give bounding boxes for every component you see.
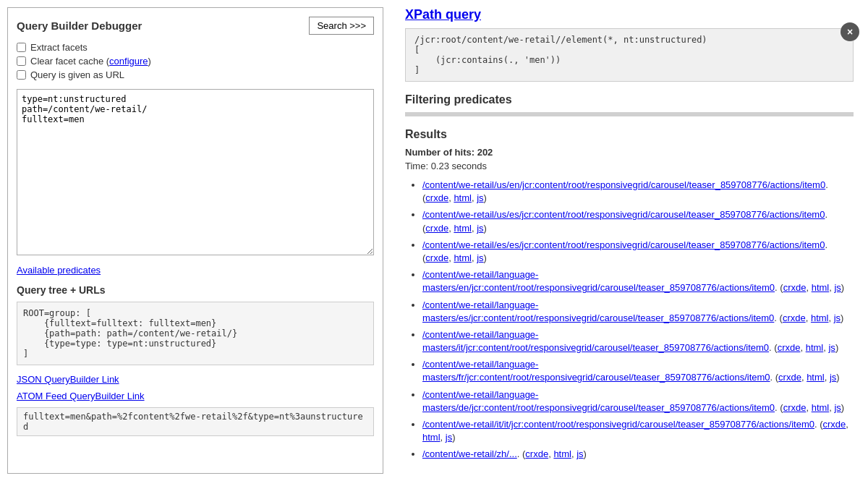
search-button[interactable]: Search >>>	[309, 17, 374, 35]
list-item: /content/we-retail/it/it/jcr:content/roo…	[422, 418, 854, 444]
result-link-js[interactable]: js	[477, 252, 483, 263]
clear-facet-cache-label: Clear facet cache (configure)	[30, 56, 151, 67]
query-as-url-checkbox[interactable]	[17, 70, 26, 80]
json-link[interactable]: JSON QueryBuilder Link	[17, 374, 119, 385]
query-tree-box: ROOT=group: [ {fulltext=fulltext: fullte…	[17, 302, 374, 365]
close-icon: ×	[847, 26, 853, 38]
available-predicates-link[interactable]: Available predicates	[17, 265, 374, 276]
result-link-js[interactable]: js	[834, 402, 841, 413]
result-link-crxde[interactable]: crxde	[425, 223, 448, 234]
json-link-row: JSON QueryBuilder Link	[17, 374, 374, 385]
list-item: /content/we-retail/us/en/jcr:content/roo…	[422, 179, 854, 205]
url-box: fulltext=men&path=%2fcontent%2fwe-retail…	[17, 407, 374, 436]
result-link-html[interactable]: html	[454, 192, 472, 203]
result-path-link[interactable]: /content/we-retail/language-masters/de/j…	[422, 389, 775, 413]
result-link-html[interactable]: html	[807, 372, 825, 383]
result-link-html[interactable]: html	[422, 432, 441, 443]
list-item: /content/we-retail/language-masters/de/j…	[422, 388, 854, 414]
result-links: . (crxde, html, js)	[775, 402, 844, 413]
extract-facets-row: Extract facets	[17, 42, 374, 53]
result-link-js[interactable]: js	[834, 282, 841, 293]
results-list: /content/we-retail/us/en/jcr:content/roo…	[405, 179, 854, 461]
right-panel: XPath query × /jcr:root/content/we-retai…	[391, 0, 868, 481]
result-link-js[interactable]: js	[828, 342, 835, 353]
result-path-link[interactable]: /content/we-retail/zh/...	[422, 448, 517, 459]
result-link-html[interactable]: html	[806, 342, 824, 353]
hits-line: Number of hits: 202	[405, 147, 854, 158]
atom-link-row: ATOM Feed QueryBuilder Link	[17, 391, 374, 401]
time-line: Time: 0.23 seconds	[405, 161, 854, 171]
clear-facet-cache-checkbox[interactable]	[17, 56, 26, 66]
result-link-crxde[interactable]: crxde	[778, 342, 801, 353]
query-as-url-label: Query is given as URL	[30, 69, 124, 80]
result-path-link[interactable]: /content/we-retail/us/es/jcr:content/roo…	[422, 209, 825, 220]
result-link-crxde[interactable]: crxde	[783, 282, 807, 293]
result-links: . (crxde, html, js)	[769, 342, 838, 353]
result-link-crxde[interactable]: crxde	[778, 372, 801, 383]
close-button[interactable]: ×	[841, 22, 859, 41]
result-path-link[interactable]: /content/we-retail/language-masters/en/j…	[422, 269, 775, 293]
xpath-code-box: /jcr:root/content/we-retail//element(*, …	[405, 28, 854, 82]
extract-facets-checkbox[interactable]	[17, 43, 26, 52]
result-link-html[interactable]: html	[454, 252, 472, 263]
result-link-crxde[interactable]: crxde	[783, 312, 806, 323]
result-path-link[interactable]: /content/we-retail/language-masters/es/j…	[422, 299, 774, 323]
clear-facet-cache-row: Clear facet cache (configure)	[17, 56, 374, 67]
xpath-code-wrapper: × /jcr:root/content/we-retail//element(*…	[405, 28, 854, 82]
result-link-crxde[interactable]: crxde	[823, 419, 846, 430]
configure-link[interactable]: configure	[109, 56, 148, 67]
result-link-js[interactable]: js	[830, 372, 836, 383]
list-item: /content/we-retail/language-masters/it/j…	[422, 328, 854, 354]
result-link-js[interactable]: js	[446, 432, 452, 443]
result-link-html[interactable]: html	[812, 402, 830, 413]
results-title: Results	[405, 128, 854, 141]
result-link-crxde[interactable]: crxde	[425, 252, 448, 263]
result-link-html[interactable]: html	[454, 223, 472, 234]
query-as-url-row: Query is given as URL	[17, 69, 374, 80]
panel-header: Query Builder Debugger Search >>>	[17, 17, 374, 35]
result-path-link[interactable]: /content/we-retail/language-masters/fr/j…	[422, 359, 770, 383]
xpath-title[interactable]: XPath query	[405, 7, 854, 22]
result-link-html[interactable]: html	[811, 312, 829, 323]
xpath-section: XPath query × /jcr:root/content/we-retai…	[405, 7, 854, 82]
list-item: /content/we-retail/us/es/jcr:content/roo…	[422, 208, 854, 234]
result-link-html[interactable]: html	[812, 282, 830, 293]
result-link-crxde[interactable]: crxde	[425, 192, 448, 203]
filtering-bar	[405, 112, 854, 116]
query-textarea[interactable]: type=nt:unstructured path=/content/we-re…	[17, 89, 374, 255]
list-item: /content/we-retail/language-masters/fr/j…	[422, 358, 854, 384]
result-path-link[interactable]: /content/we-retail/language-masters/it/j…	[422, 329, 769, 353]
panel-title: Query Builder Debugger	[17, 20, 142, 32]
result-link-js[interactable]: js	[834, 312, 841, 323]
result-links: . (crxde, html, js)	[770, 372, 840, 383]
result-link-js[interactable]: js	[576, 448, 583, 459]
result-link-html[interactable]: html	[553, 448, 571, 459]
result-link-js[interactable]: js	[477, 192, 483, 203]
list-item: /content/we-retail/language-masters/es/j…	[422, 299, 854, 325]
result-path-link[interactable]: /content/we-retail/us/en/jcr:content/roo…	[422, 179, 825, 190]
atom-link[interactable]: ATOM Feed QueryBuilder Link	[17, 391, 145, 401]
filtering-title: Filtering predicates	[405, 93, 854, 106]
result-path-link[interactable]: /content/we-retail/es/es/jcr:content/roo…	[422, 239, 825, 250]
list-item: /content/we-retail/es/es/jcr:content/roo…	[422, 239, 854, 265]
result-link-crxde[interactable]: crxde	[525, 448, 548, 459]
result-links: . (crxde, html, js)	[517, 448, 587, 459]
query-tree-title: Query tree + URLs	[17, 284, 374, 296]
list-item: /content/we-retail/zh/.... (crxde, html,…	[422, 448, 854, 461]
result-link-js[interactable]: js	[477, 223, 483, 234]
result-links: . (crxde, html, js)	[774, 312, 843, 323]
result-link-crxde[interactable]: crxde	[783, 402, 807, 413]
list-item: /content/we-retail/language-masters/en/j…	[422, 268, 854, 294]
extract-facets-label: Extract facets	[30, 42, 88, 53]
left-panel: Query Builder Debugger Search >>> Extrac…	[7, 7, 383, 474]
result-path-link[interactable]: /content/we-retail/it/it/jcr:content/roo…	[422, 419, 814, 430]
result-links: . (crxde, html, js)	[775, 282, 844, 293]
